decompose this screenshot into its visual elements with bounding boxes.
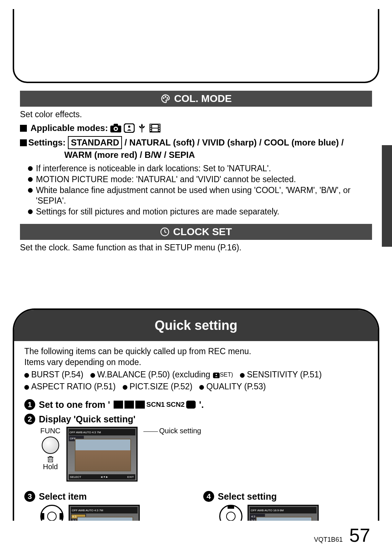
- svg-point-2: [167, 98, 168, 98]
- svg-rect-4: [114, 124, 118, 126]
- svg-point-8: [128, 126, 130, 128]
- trash-icon: [47, 455, 54, 463]
- svg-rect-19: [152, 128, 158, 131]
- step-4-label: Select setting: [218, 491, 277, 502]
- step-1-suffix: '.: [199, 400, 204, 410]
- svg-point-6: [115, 128, 117, 130]
- step-2-label: Display 'Quick setting': [39, 414, 135, 425]
- top-frame: [13, 9, 379, 83]
- svg-rect-12: [150, 128, 151, 129]
- func-label: FUNC: [40, 427, 61, 435]
- hold-label: Hold: [43, 463, 58, 471]
- screen-preview-setting: OFF AWB AUTO 16:9 6M 4:3 3:2 16:9 SELECT…: [248, 505, 319, 521]
- macro-icon: [137, 123, 147, 133]
- step-number-1: 1: [24, 399, 35, 410]
- palette-icon: [160, 94, 171, 104]
- dpad-up-down[interactable]: [219, 505, 242, 521]
- step-number-4: 4: [203, 491, 214, 502]
- page-footer: VQT1B61 57: [314, 524, 370, 546]
- step-number-2: 2: [24, 414, 35, 425]
- screen-topbar: OFF AWB AUTO 4:3 7M: [69, 429, 135, 435]
- svg-point-22: [216, 374, 217, 375]
- note-item: White balance fine adjustment cannot be …: [28, 185, 372, 207]
- step-1-mode-icons: SCN1 SCN2: [114, 401, 195, 409]
- applicable-modes-row: Applicable modes:: [20, 123, 372, 133]
- motion-glyph: [135, 401, 145, 409]
- dpad-left-right[interactable]: [40, 505, 64, 521]
- settings-options-1: / NATURAL (soft) / VIVID (sharp) / COOL …: [122, 138, 344, 147]
- simple-glyph: [186, 401, 196, 409]
- scn2-label: SCN2: [166, 401, 185, 409]
- quick-item: ASPECT RATIO (P.51): [24, 382, 116, 391]
- quick-item: W.BALANCE (P.50) (excluding: [90, 370, 211, 379]
- document-code: VQT1B61: [314, 536, 343, 544]
- quick-intro-1: The following items can be quickly calle…: [24, 346, 368, 357]
- screen-preview-item: OFF AWB AUTO 4:3 7M 4:3 3:2 16:9 SELECT◄…: [69, 505, 140, 521]
- quick-setting-callout: Quick setting: [158, 427, 201, 435]
- side-index-tab: [382, 145, 392, 247]
- svg-point-0: [163, 98, 164, 98]
- settings-default: STANDARD: [68, 136, 122, 149]
- quick-item: BURST (P.54): [24, 370, 83, 379]
- step-1-prefix: Set to one from ': [39, 400, 110, 410]
- svg-rect-15: [159, 126, 160, 127]
- screen-preview-qs: OFF AWB AUTO 4:3 7M OFF SELECT◄✦►EXIT: [66, 427, 138, 482]
- step-2: 2 Display 'Quick setting': [24, 414, 368, 425]
- step-3: 3 Select item: [24, 491, 189, 502]
- svg-rect-13: [150, 130, 151, 131]
- func-button[interactable]: [42, 437, 59, 454]
- quick-setting-title: Quick setting: [14, 310, 378, 341]
- simple-mode-small-icon: [213, 372, 220, 378]
- col-mode-desc: Set color effects.: [20, 110, 372, 119]
- motion-picture-icon: [149, 123, 161, 133]
- screen-photo: [256, 517, 312, 521]
- svg-rect-10: [150, 124, 151, 126]
- col-mode-title: COL. MODE: [174, 93, 232, 105]
- col-mode-notes: If interference is noticeable in dark lo…: [20, 163, 372, 217]
- screen-photo: [77, 517, 133, 521]
- quick-item: SENSITIVITY (P.51): [240, 370, 322, 379]
- svg-rect-11: [150, 126, 151, 127]
- screen-topbar: OFF AWB AUTO 16:9 6M: [250, 507, 317, 513]
- screen-botbar: SELECT◄✦►EXIT: [69, 474, 135, 480]
- svg-rect-18: [152, 125, 158, 128]
- clock-set-desc: Set the clock. Same function as that in …: [20, 243, 372, 253]
- settings-label: Settings:: [28, 138, 66, 147]
- quick-item-list: BURST (P.54) W.BALANCE (P.50) (excluding…: [24, 369, 368, 393]
- clock-set-title: CLOCK SET: [173, 226, 232, 238]
- note-item: Settings for still pictures and motion p…: [28, 206, 372, 217]
- step-3-label: Select item: [39, 491, 87, 502]
- settings-row: Settings: STANDARD / NATURAL (soft) / VI…: [20, 136, 372, 161]
- step-number-3: 3: [24, 491, 35, 502]
- square-bullet-icon: [20, 139, 27, 146]
- dpad-and-set: [219, 505, 242, 521]
- camera-glyph: [114, 401, 123, 409]
- step-4: 4 Select setting: [203, 491, 368, 502]
- screen-topbar: OFF AWB AUTO 4:3 7M: [71, 507, 138, 513]
- quick-intro-2: Items vary depending on mode.: [24, 357, 368, 368]
- note-item: MOTION PICTURE mode: 'NATURAL' and 'VIVI…: [28, 174, 372, 185]
- macro-glyph: [124, 401, 134, 409]
- svg-rect-7: [124, 124, 134, 132]
- clock-icon: [160, 227, 170, 237]
- svg-rect-23: [48, 457, 53, 462]
- svg-rect-21: [213, 372, 220, 378]
- scn1-label: SCN1: [146, 401, 165, 409]
- settings-options-2: WARM (more red) / B/W / SEPIA: [64, 150, 195, 160]
- svg-rect-14: [159, 124, 160, 126]
- square-bullet-icon: [20, 125, 27, 132]
- note-item: If interference is noticeable in dark lo…: [28, 163, 372, 174]
- col-mode-heading: COL. MODE: [20, 91, 372, 107]
- applicable-modes-label: Applicable modes:: [30, 123, 108, 133]
- svg-rect-16: [159, 128, 160, 129]
- quick-item: QUALITY (P.53): [199, 382, 266, 391]
- quick-item-set: SET): [220, 372, 233, 378]
- page-number: 57: [349, 524, 370, 546]
- simple-mode-icon: [124, 123, 135, 133]
- svg-point-1: [165, 97, 166, 97]
- clock-set-heading: CLOCK SET: [20, 224, 372, 240]
- quick-item: PICT.SIZE (P.52): [123, 382, 192, 391]
- func-button-diagram: FUNC Hold: [40, 427, 61, 471]
- screen-photo: [75, 439, 131, 471]
- svg-rect-17: [159, 130, 160, 131]
